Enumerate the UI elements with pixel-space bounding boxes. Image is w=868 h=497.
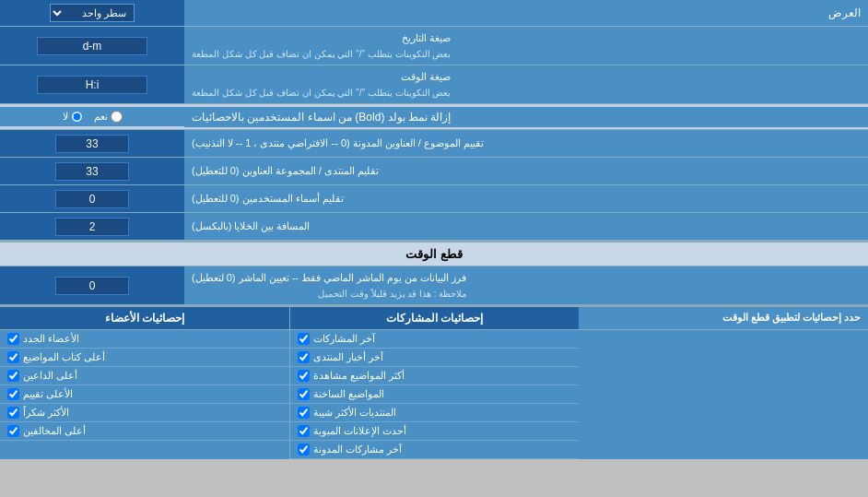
col1-header: إحصائيات المشاركات xyxy=(289,307,580,329)
list-item: الأعلى تقييم xyxy=(0,385,289,404)
col1-list: آخر المشاركات آخر أخبار المنتدى أكثر الم… xyxy=(289,330,580,459)
list-item: أكثر المواضيع مشاهدة xyxy=(290,367,580,385)
forum-sort-input[interactable] xyxy=(55,162,129,181)
cb-col1-0[interactable] xyxy=(298,333,310,345)
cell-spacing-label: المسافة بين الخلايا (بالبكسل) xyxy=(184,213,868,240)
date-format-input[interactable] xyxy=(37,37,147,55)
time-format-label: صيغة الوقت بعض التكوينات يتطلب "/" التي … xyxy=(184,65,868,103)
topics-sort-input-cell xyxy=(0,130,184,157)
time-cut-row: فرز البيانات من يوم الماشر الماضي فقط --… xyxy=(0,266,868,305)
cb-col1-6[interactable] xyxy=(298,444,310,456)
radio-no-text: لا xyxy=(63,111,68,123)
checkbox-headers: حدد إحصائيات لتطبيق قطع الوقت إحصائيات ا… xyxy=(0,307,868,330)
display-input-cell: سطر واحد متعدد الأسطر xyxy=(0,0,184,26)
date-format-row: صيغة التاريخ بعض التكوينات يتطلب "/" الت… xyxy=(0,27,868,65)
cb-col1-3[interactable] xyxy=(298,388,310,400)
cell-spacing-row: المسافة بين الخلايا (بالبكسل) xyxy=(0,213,868,241)
radio-yes-label[interactable]: نعم xyxy=(94,111,123,123)
display-row: العرض سطر واحد متعدد الأسطر xyxy=(0,0,868,27)
date-format-input-cell xyxy=(0,27,184,65)
cb-col2-2[interactable] xyxy=(7,370,19,382)
display-label: العرض xyxy=(184,3,868,23)
checkbox-section: حدد إحصائيات لتطبيق قطع الوقت إحصائيات ا… xyxy=(0,305,868,459)
list-item: أعلى كتاب المواضيع xyxy=(0,349,289,367)
list-item: آخر مشاركات المدونة xyxy=(290,441,580,459)
list-item: الأعضاء الجدد xyxy=(0,330,289,349)
time-cut-input-cell xyxy=(0,266,184,304)
topics-sort-input[interactable] xyxy=(55,135,129,153)
topics-sort-row: تقييم الموضوع / العناوين المدونة (0 -- ا… xyxy=(0,130,868,158)
radio-no-label[interactable]: لا xyxy=(63,111,83,123)
cb-col1-1[interactable] xyxy=(298,351,310,363)
bold-remove-label: إزالة نمط بولد (Bold) من اسماء المستخدمي… xyxy=(184,107,868,127)
list-item: أعلى المخالفين xyxy=(0,422,289,441)
checkbox-body: آخر المشاركات آخر أخبار المنتدى أكثر الم… xyxy=(0,330,868,459)
bold-remove-input-cell: نعم لا xyxy=(0,107,184,126)
time-format-input-cell xyxy=(0,65,184,103)
list-item: آخر المشاركات xyxy=(290,330,580,349)
list-item: الأكثر شكراً xyxy=(0,404,289,422)
forum-sort-row: تقليم المنتدى / المجموعة العناوين (0 للت… xyxy=(0,158,868,185)
radio-yes-text: نعم xyxy=(94,111,108,123)
list-item: المنتديات الأكثر شيبة xyxy=(290,404,580,422)
topics-sort-label: تقييم الموضوع / العناوين المدونة (0 -- ا… xyxy=(184,130,868,157)
cb-col2-1[interactable] xyxy=(7,351,19,363)
users-sort-row: تقليم أسماء المستخدمين (0 للتعطيل) xyxy=(0,185,868,213)
time-format-input[interactable] xyxy=(37,76,147,94)
list-item: أحدث الإعلانات المبوبة xyxy=(290,422,580,441)
cb-col1-5[interactable] xyxy=(298,425,310,437)
list-item: آخر أخبار المنتدى xyxy=(290,349,580,367)
users-sort-input-cell xyxy=(0,185,184,212)
cb-col1-4[interactable] xyxy=(298,407,310,419)
list-item: أعلى الداعين xyxy=(0,367,289,385)
checkbox-stats-label: حدد إحصائيات لتطبيق قطع الوقت xyxy=(579,307,868,329)
display-select[interactable]: سطر واحد متعدد الأسطر xyxy=(50,4,135,22)
radio-no[interactable] xyxy=(71,111,83,123)
radio-yes[interactable] xyxy=(111,111,123,123)
date-format-label: صيغة التاريخ بعض التكوينات يتطلب "/" الت… xyxy=(184,27,868,65)
main-container: العرض سطر واحد متعدد الأسطر صيغة التاريخ… xyxy=(0,0,868,459)
cell-spacing-input[interactable] xyxy=(55,218,129,236)
cb-col1-2[interactable] xyxy=(298,370,310,382)
cell-spacing-input-cell xyxy=(0,213,184,240)
cb-col2-0[interactable] xyxy=(7,333,19,345)
cb-col2-5[interactable] xyxy=(7,425,19,437)
forum-sort-input-cell xyxy=(0,158,184,184)
time-section-header: قطع الوقت xyxy=(0,241,868,266)
forum-sort-label: تقليم المنتدى / المجموعة العناوين (0 للت… xyxy=(184,158,868,184)
time-format-row: صيغة الوقت بعض التكوينات يتطلب "/" التي … xyxy=(0,65,868,104)
users-sort-input[interactable] xyxy=(55,190,129,208)
time-cut-label: فرز البيانات من يوم الماشر الماضي فقط --… xyxy=(184,266,868,304)
bold-remove-row: إزالة نمط بولد (Bold) من اسماء المستخدمي… xyxy=(0,104,868,130)
empty-left-col xyxy=(579,330,868,459)
users-sort-label: تقليم أسماء المستخدمين (0 للتعطيل) xyxy=(184,185,868,212)
time-cut-input[interactable] xyxy=(55,277,129,295)
cb-col2-4[interactable] xyxy=(7,407,19,419)
list-item: المواضيع الساخنة xyxy=(290,385,580,404)
col2-header: إحصائيات الأعضاء xyxy=(0,307,289,329)
col2-list: الأعضاء الجدد أعلى كتاب المواضيع أعلى ال… xyxy=(0,330,289,459)
cb-col2-3[interactable] xyxy=(7,388,19,400)
